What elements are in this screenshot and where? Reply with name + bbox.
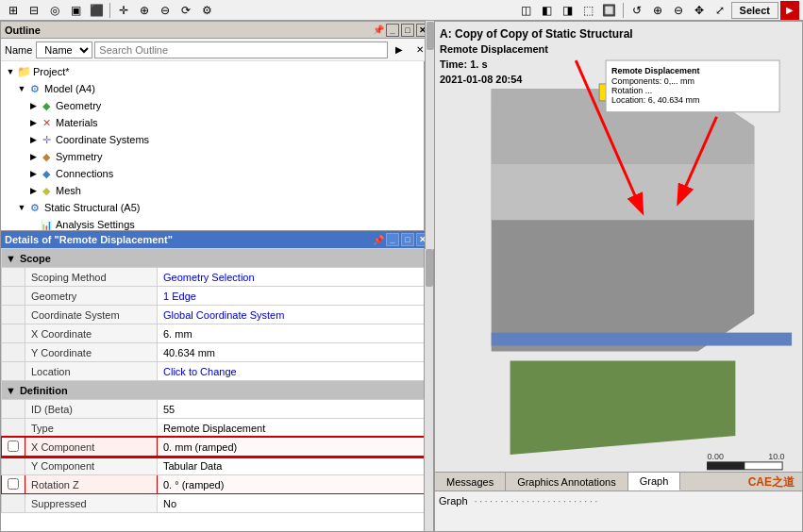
- row-id-beta[interactable]: ID (Beta) 55: [2, 400, 433, 419]
- details-minimize[interactable]: _: [386, 233, 399, 246]
- expand-geo[interactable]: ▶: [27, 100, 39, 111]
- name-dropdown: Name Name: [5, 42, 92, 58]
- outline-tree: ▼ 📁 Project* ▼ ⚙ Model (A4) ▶ ◆ Geometry…: [1, 61, 433, 250]
- tree-item-connections[interactable]: ▶ ◆ Connections: [1, 165, 433, 182]
- view-title: A: Copy of Copy of Static Structural: [440, 26, 633, 42]
- view-info: A: Copy of Copy of Static Structural Rem…: [440, 26, 633, 87]
- row-x-coord[interactable]: X Coordinate 6. mm: [2, 324, 433, 343]
- details-pin-icon[interactable]: 📌: [373, 235, 384, 245]
- x-component-label: X Component: [25, 438, 158, 457]
- row-x-component[interactable]: X Component 0. mm (ramped): [2, 438, 433, 457]
- toolbar-icon-cursor[interactable]: ✛: [114, 1, 133, 20]
- tree-item-static[interactable]: ▼ ⚙ Static Structural (A5): [1, 199, 433, 216]
- expand-project[interactable]: ▼: [5, 66, 16, 77]
- toolbar-icon-zoom-in[interactable]: ⊕: [135, 1, 154, 20]
- y-component-label: Y Component: [25, 457, 158, 475]
- details-panel: Details of "Remote Displacement" 📌 _ □ ✕…: [0, 230, 434, 532]
- search-input[interactable]: [94, 42, 388, 58]
- graph-dots: · · · · · · · · · · · · · · · · · · · · …: [475, 496, 598, 507]
- coord-label: Coordinate Systems: [56, 134, 149, 145]
- tree-item-model[interactable]: ▼ ⚙ Model (A4): [1, 80, 433, 97]
- row-y-coord[interactable]: Y Coordinate 40.634 mm: [2, 343, 433, 362]
- bottom-tabs: Messages Graphics Annotations Graph CAE之…: [435, 473, 802, 491]
- view-icon-pan[interactable]: ✥: [690, 1, 709, 20]
- row-y-component[interactable]: Y Component Tabular Data: [2, 457, 433, 475]
- outline-minimize[interactable]: _: [386, 24, 399, 37]
- outline-v-thumb[interactable]: [427, 22, 434, 50]
- view-icon-zoom[interactable]: ⊕: [648, 1, 667, 20]
- svg-text:Location: 6, 40.634 mm: Location: 6, 40.634 mm: [611, 95, 699, 105]
- toolbar-icon-2[interactable]: ⊟: [25, 1, 43, 20]
- red-tool-icon[interactable]: ▶: [780, 1, 799, 20]
- view-icon-5[interactable]: 🔲: [600, 1, 619, 20]
- expand-model[interactable]: ▼: [16, 83, 27, 94]
- tab-graphics-annotations[interactable]: Graphics Annotations: [506, 473, 628, 490]
- expand-mesh[interactable]: ▶: [27, 185, 39, 196]
- expand-conn[interactable]: ▶: [27, 168, 39, 179]
- tree-item-coord[interactable]: ▶ ✛ Coordinate Systems: [1, 131, 433, 148]
- coord-system-label: Coordinate System: [25, 306, 158, 324]
- details-scroll-thumb[interactable]: [426, 249, 433, 287]
- view-icon-1[interactable]: ◫: [517, 1, 536, 20]
- id-beta-value: 55: [158, 400, 433, 419]
- type-label: Type: [25, 419, 158, 438]
- project-label: Project*: [33, 66, 70, 77]
- row-coord-system[interactable]: Coordinate System Global Coordinate Syst…: [2, 306, 433, 324]
- expand-static[interactable]: ▼: [16, 202, 27, 213]
- tree-item-geometry[interactable]: ▶ ◆ Geometry: [1, 97, 433, 114]
- static-label: Static Structural (A5): [44, 202, 140, 213]
- view-icon-4[interactable]: ⬚: [579, 1, 598, 20]
- details-controls: 📌 _ □ ✕: [373, 233, 429, 246]
- svg-rect-15: [708, 462, 745, 470]
- details-maximize[interactable]: □: [401, 233, 414, 246]
- pin-icon[interactable]: 📌: [373, 25, 384, 35]
- toolbar-icon-zoom-out[interactable]: ⊖: [156, 1, 175, 20]
- row-rotation-z[interactable]: Rotation Z 0. ° (ramped): [2, 475, 433, 494]
- tree-item-symmetry[interactable]: ▶ ◆ Symmetry: [1, 148, 433, 165]
- geo-label: Geometry: [56, 100, 101, 111]
- expand-sym[interactable]: ▶: [27, 151, 39, 162]
- toolbar-icon-5[interactable]: ⬛: [87, 1, 106, 20]
- details-scrollbar[interactable]: [424, 248, 433, 531]
- toolbar-icon-3[interactable]: ◎: [45, 1, 64, 20]
- row-location[interactable]: Location Click to Change: [2, 362, 433, 381]
- x-component-checkbox[interactable]: [8, 441, 19, 452]
- outline-controls: 📌 _ □ ✕: [373, 24, 429, 37]
- name-select[interactable]: Name: [36, 42, 92, 58]
- tab-messages[interactable]: Messages: [435, 473, 506, 490]
- row-geometry[interactable]: Geometry 1 Edge: [2, 287, 433, 306]
- toolbar-icon-1[interactable]: ⊞: [4, 1, 23, 20]
- expand-mat[interactable]: ▶: [27, 117, 39, 128]
- view-icon-zoom2[interactable]: ⊖: [669, 1, 688, 20]
- toolbar-icon-rotate[interactable]: ⟳: [176, 1, 195, 20]
- section-definition: ▼Definition: [2, 381, 433, 400]
- tree-item-mesh[interactable]: ▶ ◆ Mesh: [1, 182, 433, 199]
- view-icon-rotate[interactable]: ↺: [627, 1, 646, 20]
- bottom-content: Graph · · · · · · · · · · · · · · · · · …: [435, 491, 802, 510]
- view-icon-2[interactable]: ◧: [538, 1, 557, 20]
- row-type[interactable]: Type Remote Displacement: [2, 419, 433, 438]
- search-go-icon[interactable]: ▶: [390, 41, 409, 59]
- geometry-value: 1 Edge: [158, 287, 433, 306]
- x-component-value: 0. mm (ramped): [158, 438, 433, 457]
- view-icon-3[interactable]: ◨: [559, 1, 577, 20]
- view-icon-fit[interactable]: ⤢: [711, 1, 729, 20]
- tree-item-project[interactable]: ▼ 📁 Project*: [1, 63, 433, 80]
- watermark: CAE之道: [741, 473, 802, 490]
- select-button[interactable]: Select: [731, 2, 778, 19]
- view-date: 2021-01-08 20:54: [440, 72, 633, 87]
- rotation-z-checkbox[interactable]: [8, 478, 19, 490]
- name-label: Name: [5, 44, 32, 56]
- tab-graph[interactable]: Graph: [628, 473, 681, 490]
- row-scoping-method[interactable]: Scoping Method Geometry Selection: [2, 268, 433, 287]
- rotation-z-label: Rotation Z: [25, 475, 158, 494]
- tree-item-materials[interactable]: ▶ ✕ Materials: [1, 114, 433, 131]
- expand-coord[interactable]: ▶: [27, 134, 39, 145]
- toolbar-icon-4[interactable]: ▣: [66, 1, 85, 20]
- row-suppressed[interactable]: Suppressed No: [2, 494, 433, 513]
- outline-maximize[interactable]: □: [401, 24, 414, 37]
- toolbar-icon-gear[interactable]: ⚙: [197, 1, 216, 20]
- model-icon: ⚙: [27, 81, 42, 96]
- outline-v-scrollbar[interactable]: [425, 21, 434, 249]
- y-component-value: Tabular Data: [158, 457, 433, 475]
